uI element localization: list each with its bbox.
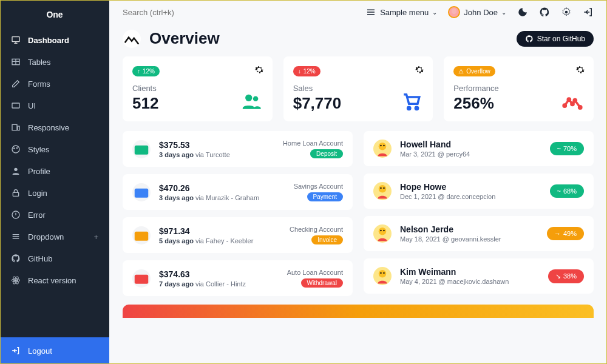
svg-point-23 [574,99,576,101]
svg-point-34 [383,187,385,189]
svg-rect-3 [12,124,17,130]
github-icon[interactable] [539,7,550,18]
gear-icon[interactable] [574,64,586,76]
sidebar-item-tables[interactable]: Tables [0,51,109,73]
stat-badge: ↓ 12% [293,66,320,76]
svg-point-24 [579,106,582,109]
sidebar-item-login[interactable]: Login [0,182,109,204]
content: ↑ 12% Clients 512 ↓ 12% Sales $7,770 ⚠ O… [109,56,607,331]
transaction-pill: Deposit [310,149,343,158]
sidebar-item-label: Error [28,211,46,220]
sidebar-item-label: React version [28,276,76,285]
sidebar-item-profile[interactable]: Profile [0,160,109,182]
chevron-down-icon: ⌄ [432,9,437,16]
user-dropdown[interactable]: John Doe ⌄ [448,6,506,18]
svg-point-5 [12,146,19,153]
transaction-pill: Invoice [311,235,343,244]
plus-icon: + [93,232,98,241]
person-name: Howell Hand [400,140,541,149]
columns: $375.53 3 days ago via Turcotte Home Loa… [123,131,594,296]
edit-icon [11,79,21,89]
person-name: Hope Howe [400,182,541,192]
sidebar-item-dashboard[interactable]: Dashboard [0,29,109,51]
transaction-row[interactable]: $374.63 7 days ago via Collier - Hintz A… [123,260,353,296]
search-input[interactable] [123,8,244,17]
table-icon [11,57,21,67]
sidebar-item-responsive[interactable]: Responsive [0,116,109,138]
sample-menu-dropdown[interactable]: Sample menu ⌄ [365,7,437,18]
sidebar-item-label: Styles [28,145,49,154]
stat-badge: ↑ 12% [132,66,160,76]
transaction-sub: 7 days ago via Collier - Hintz [159,280,279,288]
github-icon [525,35,534,43]
main: Sample menu ⌄ John Doe ⌄ Overview Star o… [109,0,607,364]
stats-row: ↑ 12% Clients 512 ↓ 12% Sales $7,770 ⚠ O… [123,56,594,121]
person-row[interactable]: Howell Hand Mar 3, 2021 @ percy64 ~ 70% [364,131,594,166]
overview-icon [123,30,141,48]
person-percentage: ↘ 38% [548,269,584,283]
sidebar-item-github[interactable]: GitHub [0,248,109,269]
transaction-account: Checking Account [290,226,343,233]
sidebar-item-react[interactable]: React version [0,269,109,291]
svg-point-20 [563,104,566,107]
brand: One [0,0,109,29]
svg-rect-4 [18,126,19,130]
svg-point-30 [380,145,382,147]
user-name: John Doe [464,8,498,17]
transaction-account: Home Loan Account [283,140,343,147]
trend-icon: ~ [557,145,561,152]
avatar [373,267,392,285]
transaction-row[interactable]: $375.53 3 days ago via Turcotte Home Loa… [123,131,353,167]
svg-point-32 [379,185,387,193]
sidebar-item-ui[interactable]: UI [0,95,109,116]
svg-rect-0 [12,37,19,42]
sidebar-menu: Dashboard Tables Forms UI Responsive Sty… [0,29,109,337]
trend-icon: ~ [557,187,561,195]
gh-button-label: Star on GitHub [537,35,585,43]
exit-icon[interactable] [583,7,594,18]
stat-badge: ⚠ Overflow [453,66,495,76]
settings-icon[interactable] [561,7,572,18]
sidebar-item-forms[interactable]: Forms [0,73,109,95]
trend-icon: ↘ [555,272,561,280]
transaction-amount: $375.53 [159,140,274,150]
transactions-col: $375.53 3 days ago via Turcotte Home Loa… [123,131,353,296]
tv-icon [11,101,21,110]
transaction-sub: 3 days ago via Turcotte [159,151,274,158]
sidebar-item-styles[interactable]: Styles [0,138,109,160]
svg-point-33 [380,187,382,189]
logout-button[interactable]: Logout [0,337,109,364]
trend-icon [562,91,583,112]
sidebar-item-dropdown[interactable]: Dropdown + [0,226,109,248]
transaction-icon [132,269,151,288]
theme-toggle-icon[interactable] [517,7,528,18]
sidebar-item-label: Tables [28,58,51,67]
svg-point-8 [14,168,17,171]
logout-icon [11,346,21,356]
svg-rect-25 [135,145,149,154]
transaction-amount: $470.26 [159,183,285,193]
svg-point-29 [379,143,387,150]
star-github-button[interactable]: Star on GitHub [517,31,594,47]
github-icon [11,254,21,263]
svg-point-22 [571,103,574,105]
user-icon [11,166,21,176]
transaction-row[interactable]: $470.26 3 days ago via Murazik - Graham … [123,174,353,210]
person-name: Kim Weimann [400,267,540,277]
transaction-pill: Payment [307,192,343,201]
svg-rect-28 [135,274,149,283]
avatar [373,140,392,158]
svg-point-37 [383,230,385,232]
sidebar-item-error[interactable]: Error [0,204,109,226]
chevron-down-icon: ⌄ [501,9,506,16]
person-row[interactable]: Kim Weimann May 4, 2021 @ macejkovic.das… [364,258,594,294]
person-row[interactable]: Hope Howe Dec 1, 2021 @ dare.concepcion … [364,174,594,209]
svg-rect-2 [12,103,19,108]
transaction-row[interactable]: $971.34 5 days ago via Fahey - Keebler C… [123,217,353,253]
gear-icon[interactable] [253,64,265,76]
person-row[interactable]: Nelson Jerde May 18, 2021 @ geovanni.kes… [364,216,594,251]
arrow-icon: ↑ [137,68,140,75]
transaction-sub: 3 days ago via Murazik - Graham [159,194,285,201]
transaction-icon [132,140,151,158]
gear-icon[interactable] [413,64,426,76]
